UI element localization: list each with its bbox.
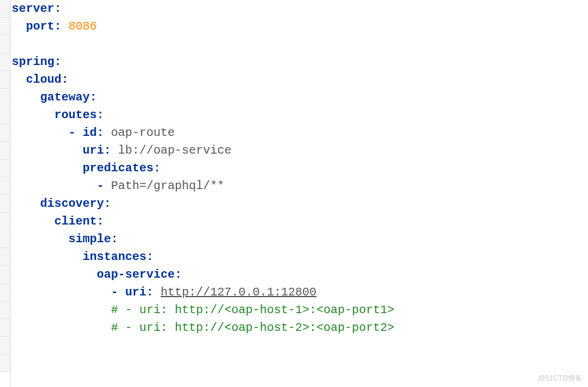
gutter-line (0, 71, 10, 89)
gutter-line (0, 106, 10, 124)
code-token: : (146, 250, 153, 264)
gutter-line (0, 160, 10, 177)
code-line: server: (12, 0, 588, 18)
code-line: spring: (12, 53, 588, 71)
code-line: # - uri: http://<oap-host-2>:<oap-port2> (12, 319, 588, 337)
code-line: oap-service: (12, 266, 588, 284)
code-token: oap-service (97, 268, 175, 281)
gutter-line (0, 355, 10, 372)
gutter-line (0, 248, 10, 266)
code-token: : (54, 2, 61, 15)
code-token: : (146, 285, 161, 299)
code-token: : (97, 126, 111, 139)
code-token: : (54, 19, 68, 33)
gutter-line (0, 177, 10, 195)
gutter-line (0, 53, 10, 71)
code-token: port (26, 19, 54, 33)
code-line: simple: (12, 230, 588, 248)
gutter-line (0, 319, 10, 337)
code-line: port: 8086 (12, 18, 588, 35)
code-token: oap-route (111, 126, 175, 139)
code-line: uri: lb://oap-service (12, 142, 588, 160)
code-token: Path=/graphql/** (111, 179, 224, 193)
code-token: lb://oap-service (118, 144, 231, 157)
code-line: # - uri: http://<oap-host-1>:<oap-port1> (12, 301, 588, 319)
gutter-line (0, 301, 10, 319)
code-line: predicates: (12, 160, 588, 177)
code-token: routes (54, 108, 97, 122)
code-token: 8086 (68, 19, 97, 33)
code-token: : (104, 144, 118, 157)
code-token: : (153, 161, 161, 175)
code-line: cloud: (12, 71, 588, 89)
code-token: client (54, 214, 97, 228)
gutter-line (0, 284, 10, 301)
code-token: predicates (83, 161, 153, 175)
code-token: - (97, 179, 111, 193)
gutter-line (0, 337, 10, 355)
code-line (12, 35, 588, 53)
gutter-line (0, 230, 10, 248)
gutter-line (0, 18, 10, 35)
code-line: routes: (12, 106, 588, 124)
code-token: http://127.0.0.1:12800 (161, 285, 316, 299)
gutter-line (0, 124, 10, 142)
watermark: @51CTO博客 (538, 373, 582, 383)
code-token: instances (83, 250, 146, 264)
code-line: - id: oap-route (12, 124, 588, 142)
editor-gutter (0, 0, 11, 387)
code-token: id (83, 126, 97, 139)
code-token: : (111, 232, 118, 246)
code-token: - (111, 285, 125, 299)
code-token: cloud (26, 73, 61, 86)
gutter-line (0, 213, 10, 230)
code-token: : (61, 73, 68, 86)
gutter-line (0, 142, 10, 160)
code-token: # - uri: http://<oap-host-2>:<oap-port2> (111, 321, 394, 334)
code-token: gateway (40, 90, 90, 104)
code-token: discovery (40, 197, 104, 210)
code-editor: server: port: 8086spring: cloud: gateway… (0, 0, 588, 387)
code-line: - Path=/graphql/** (12, 177, 588, 195)
gutter-line (0, 266, 10, 284)
gutter-line (0, 195, 10, 213)
code-line: gateway: (12, 89, 588, 106)
code-line: client: (12, 213, 588, 230)
code-token: simple (68, 232, 111, 246)
code-token: : (90, 90, 97, 104)
code-line: - uri: http://127.0.0.1:12800 (12, 284, 588, 301)
code-line: discovery: (12, 195, 588, 213)
code-content: server: port: 8086spring: cloud: gateway… (11, 0, 588, 387)
code-token: : (54, 55, 61, 69)
gutter-line (0, 89, 10, 106)
gutter-line (0, 0, 10, 18)
code-token: : (104, 197, 111, 210)
code-token: : (175, 268, 182, 281)
code-token: uri (83, 144, 104, 157)
code-token: : (97, 214, 104, 228)
code-line: instances: (12, 248, 588, 266)
code-token: - (68, 126, 83, 139)
code-token: spring (12, 55, 54, 69)
code-token: # - uri: http://<oap-host-1>:<oap-port1> (111, 303, 394, 317)
code-token: server (12, 2, 54, 15)
gutter-line (0, 35, 10, 53)
code-token: : (97, 108, 104, 122)
code-token: uri (125, 285, 146, 299)
